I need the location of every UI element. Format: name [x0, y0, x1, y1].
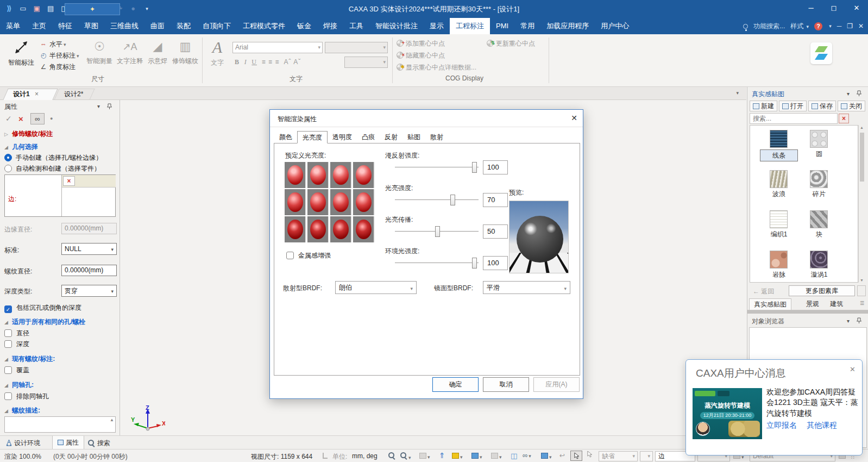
edge-list[interactable]: ×: [61, 175, 116, 216]
edge-dia-field[interactable]: 0.00000(mm): [61, 223, 117, 234]
brdf-specular-select[interactable]: 平滑▾: [483, 281, 570, 294]
back-button[interactable]: ← 返回: [753, 287, 774, 296]
panel-collapse-icon[interactable]: ▾: [97, 103, 100, 109]
menu-tab-sketch[interactable]: 草图: [78, 18, 104, 34]
font-family-combo[interactable]: Arial▾: [232, 42, 323, 53]
tab-overflow-chevron-icon[interactable]: ▾: [736, 90, 739, 96]
axis-up-icon[interactable]: ⇑: [439, 451, 445, 460]
doc-restore-button[interactable]: ❐: [847, 22, 853, 30]
tab-texture[interactable]: 贴图: [402, 131, 425, 143]
section-existing-thread[interactable]: ◢现有螺纹/标注:: [4, 354, 55, 364]
box-select-cursor-icon[interactable]: [587, 451, 593, 459]
tab-properties[interactable]: 属性: [52, 436, 84, 449]
shine-spread-value[interactable]: 50: [483, 224, 508, 239]
preview-glasses-icon[interactable]: ∞: [30, 113, 45, 124]
doc-minimize-button[interactable]: ─: [837, 22, 842, 30]
section-thread-caption[interactable]: ▷修饰螺纹/标注: [4, 129, 53, 139]
search-clear-icon[interactable]: ×: [839, 114, 849, 123]
expander-expanded-icon[interactable]: ◢: [4, 383, 12, 388]
expander-expanded-icon[interactable]: ◢: [4, 408, 12, 414]
cancel-x-icon[interactable]: ×: [18, 114, 23, 123]
texture-label[interactable]: 漩涡1: [800, 270, 838, 279]
diffuse-strength-value[interactable]: 100: [483, 160, 508, 174]
preset-combo[interactable]: 缺省▾: [599, 451, 638, 461]
doc-tab-design2[interactable]: 设计2*: [56, 89, 92, 100]
align-right-icon[interactable]: ≡: [275, 58, 279, 66]
shine-strength-value[interactable]: 70: [483, 193, 508, 207]
align-center-icon[interactable]: ≡: [268, 58, 273, 66]
texture-label[interactable]: 岩脉: [760, 270, 798, 279]
checkbox-depth[interactable]: 深度: [4, 340, 29, 349]
texture-thumb-swirl[interactable]: [810, 251, 828, 269]
edge-clear-icon[interactable]: ×: [63, 176, 75, 186]
cog-detail-button[interactable]: ✱显示重心中点详细数据...: [397, 62, 476, 73]
units-value[interactable]: mm, deg: [352, 452, 378, 460]
cog-add-button[interactable]: +添加重心中点: [397, 38, 445, 49]
font-shrink-icon[interactable]: Aˇ: [293, 58, 301, 66]
help-icon[interactable]: ?: [814, 22, 822, 30]
pan-view-icon[interactable]: ▾: [419, 453, 430, 460]
texture-thumb-circles[interactable]: [810, 130, 828, 148]
shininess-preset[interactable]: [307, 216, 329, 242]
shine-strength-slider[interactable]: [395, 195, 479, 205]
brdf-diffuse-select[interactable]: 朗伯▾: [335, 281, 417, 294]
standard-select[interactable]: NULL▾: [61, 243, 117, 255]
view-cube-icon[interactable]: ▾: [471, 453, 482, 460]
smart-dimension-button[interactable]: 智能标注: [4, 36, 38, 74]
window-minimize-button[interactable]: ─: [800, 0, 822, 16]
expander-expanded-icon[interactable]: ◢: [4, 357, 12, 362]
tab-design-environment[interactable]: 设计环境: [1, 436, 45, 449]
panel-collapse-icon[interactable]: ▾: [847, 318, 850, 324]
glasses-view-icon[interactable]: ∞▾: [523, 451, 531, 459]
text-note-button[interactable]: ↗A 文字注释: [115, 37, 144, 66]
render-mode-icon[interactable]: ▾: [541, 453, 552, 460]
style-menu[interactable]: 样式 ▾: [790, 22, 809, 31]
section-thread-desc[interactable]: ◢螺纹描述:: [4, 406, 40, 415]
scroll-up-icon[interactable]: ▲: [110, 417, 114, 422]
menu-tab-weld[interactable]: 焊接: [317, 18, 343, 34]
signup-link[interactable]: 立即报名: [766, 421, 797, 430]
menu-tab-topdown[interactable]: 自顶向下: [197, 18, 237, 34]
popup-close-icon[interactable]: ✕: [850, 365, 856, 373]
checkbox-exclude-coaxial[interactable]: 排除同轴孔: [4, 392, 49, 401]
category-tab-landscape[interactable]: 景观: [802, 298, 823, 310]
tab-scatter[interactable]: 散射: [425, 131, 448, 143]
thread-dia-field[interactable]: 0.00000(mm): [61, 265, 117, 276]
cancel-button[interactable]: 取消: [483, 377, 529, 392]
more-libraries-button[interactable]: 更多图素库: [789, 285, 855, 296]
help-dropdown-icon[interactable]: ▾: [829, 23, 832, 29]
menu-tab-load-app[interactable]: 加载应用程序: [540, 18, 595, 34]
shininess-preset[interactable]: [330, 216, 352, 242]
checkbox-include-depth[interactable]: ✓包括沉孔或倒角的深度: [4, 303, 81, 313]
texture-close-button[interactable]: 关闭: [838, 101, 865, 111]
font-size-combo[interactable]: ▾: [344, 57, 388, 68]
texture-save-button[interactable]: 保存: [808, 101, 836, 111]
text-tool-button[interactable]: A 文字: [206, 36, 228, 74]
expander-expanded-icon[interactable]: ◢: [4, 320, 12, 325]
weld-symbol-button[interactable]: ◢ 示意焊: [146, 37, 169, 66]
thread-description-area[interactable]: ▲: [4, 416, 116, 433]
menu-tab-home[interactable]: 主页: [26, 18, 52, 34]
texture-thumb-blocks[interactable]: [810, 210, 828, 228]
options-dot-icon[interactable]: ●: [50, 116, 53, 121]
texture-label[interactable]: 线条: [760, 149, 798, 161]
texture-open-button[interactable]: 打开: [779, 101, 807, 111]
font-grow-icon[interactable]: Aˆ: [284, 58, 291, 66]
panel-splitter[interactable]: [747, 310, 868, 314]
menu-tab-menu[interactable]: 菜单: [0, 18, 26, 34]
zoom-fit-icon[interactable]: ▾: [400, 452, 411, 461]
panel-pin-icon[interactable]: [107, 103, 112, 111]
window-maximize-button[interactable]: ◻: [822, 0, 845, 16]
diffuse-strength-slider[interactable]: [395, 162, 479, 173]
section-geometry[interactable]: ◢几何选择: [4, 142, 38, 152]
cog-update-button[interactable]: ⇅更新重心中点: [487, 38, 535, 49]
menu-tab-sheetmetal[interactable]: 钣金: [291, 18, 317, 34]
texture-thumb-weave[interactable]: [770, 210, 788, 228]
category-overflow-icon[interactable]: ☰: [860, 301, 864, 306]
radio-auto-create[interactable]: 自动检测和创建（选择零件）: [4, 164, 100, 173]
menu-tab-display[interactable]: 显示: [424, 18, 450, 34]
panel-pin-icon[interactable]: [857, 90, 861, 98]
menu-tab-smart-annotation[interactable]: 智能设计批注: [369, 18, 424, 34]
shininess-preset[interactable]: [330, 189, 352, 215]
menu-tab-feature[interactable]: 特征: [52, 18, 78, 34]
